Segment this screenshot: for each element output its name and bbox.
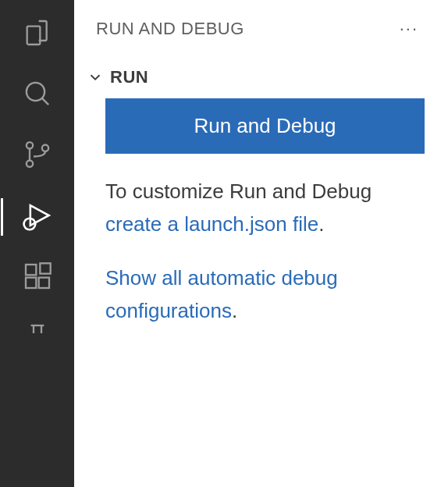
run-and-debug-button[interactable]: Run and Debug	[105, 98, 425, 154]
run-panel-content: Run and Debug To customize Run and Debug…	[74, 98, 448, 327]
search-tab[interactable]	[19, 76, 56, 114]
activity-bar	[0, 0, 74, 487]
files-icon	[22, 17, 53, 52]
explorer-tab[interactable]	[19, 16, 56, 53]
sidebar-header: RUN AND DEBUG ···	[74, 0, 448, 50]
run-debug-tab[interactable]	[19, 198, 56, 236]
svg-rect-15	[40, 263, 50, 273]
chevron-down-icon	[87, 69, 104, 86]
customize-text: To customize Run and Debug create a laun…	[105, 176, 425, 240]
branch-icon	[22, 139, 53, 173]
svg-line-10	[25, 228, 26, 229]
create-launch-json-link[interactable]: create a launch.json file	[105, 212, 318, 236]
period: .	[318, 212, 324, 236]
svg-line-8	[25, 219, 26, 220]
svg-line-1	[41, 98, 48, 105]
beaker-icon	[22, 322, 53, 356]
section-title: RUN	[110, 67, 148, 87]
sidebar-title: RUN AND DEBUG	[96, 19, 244, 39]
svg-point-2	[26, 142, 32, 148]
svg-point-4	[41, 145, 48, 151]
svg-line-11	[32, 219, 33, 220]
extensions-tab[interactable]	[19, 259, 56, 297]
extensions-icon	[22, 261, 53, 295]
more-actions-button[interactable]: ···	[393, 16, 425, 42]
source-control-tab[interactable]	[19, 137, 56, 175]
show-all-configs-link[interactable]: Show all automatic debug configurations.	[105, 262, 425, 327]
svg-point-0	[26, 83, 44, 101]
search-icon	[22, 78, 53, 112]
svg-point-3	[26, 161, 32, 167]
run-section-header[interactable]: RUN	[74, 50, 448, 98]
svg-rect-13	[26, 278, 36, 288]
customize-prefix: To customize Run and Debug	[105, 180, 372, 203]
debug-icon	[20, 198, 55, 236]
svg-rect-14	[38, 278, 48, 288]
extra-tab[interactable]	[19, 320, 56, 357]
svg-line-9	[32, 228, 33, 229]
run-debug-sidebar: RUN AND DEBUG ··· RUN Run and Debug To c…	[74, 0, 448, 487]
svg-rect-12	[26, 265, 36, 275]
